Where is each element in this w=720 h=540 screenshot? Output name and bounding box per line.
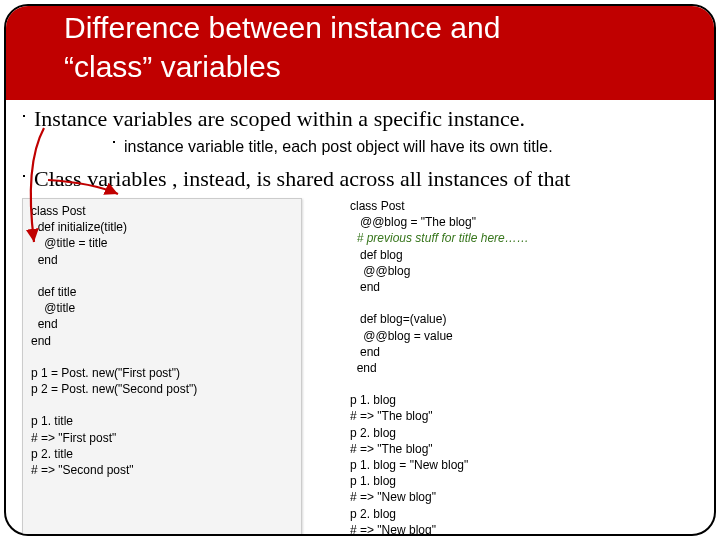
- code-block-class: class Post @@blog = "The blog" # previou…: [330, 198, 610, 536]
- title-line-2: “class” variables: [64, 50, 281, 83]
- code-block-instance: class Post def initialize(title) @title …: [22, 198, 302, 536]
- bullet-icon: ་: [20, 112, 28, 130]
- bullet1-sub-text: instance variable title, each post objec…: [124, 138, 553, 156]
- bullet1-text: Instance variables are scoped within a s…: [34, 106, 525, 132]
- code-right-b: def blog @@blog end def blog=(value) @@b…: [350, 248, 468, 536]
- bullet2-text: Class variables , instead, is shared acr…: [34, 166, 570, 192]
- code-left-text: class Post def initialize(title) @title …: [31, 204, 197, 477]
- bullet-icon: ་: [20, 172, 28, 190]
- slide-frame: Difference between instance and “class” …: [4, 4, 716, 536]
- bullet-class-shared: ་ Class variables , instead, is shared a…: [20, 166, 700, 192]
- code-right-a: class Post @@blog = "The blog": [350, 199, 476, 229]
- bullet-instance-detail: ་ instance variable title, each post obj…: [110, 138, 700, 156]
- code-right-comment: # previous stuff for title here……: [350, 231, 529, 245]
- slide-title: Difference between instance and “class” …: [4, 4, 716, 100]
- code-columns: class Post def initialize(title) @title …: [20, 198, 700, 536]
- bullet-instance-scope: ་ Instance variables are scoped within a…: [20, 106, 700, 132]
- bullet-icon: ་: [110, 138, 118, 156]
- title-line-1: Difference between instance and: [64, 11, 500, 44]
- slide-content: ་ Instance variables are scoped within a…: [20, 106, 700, 536]
